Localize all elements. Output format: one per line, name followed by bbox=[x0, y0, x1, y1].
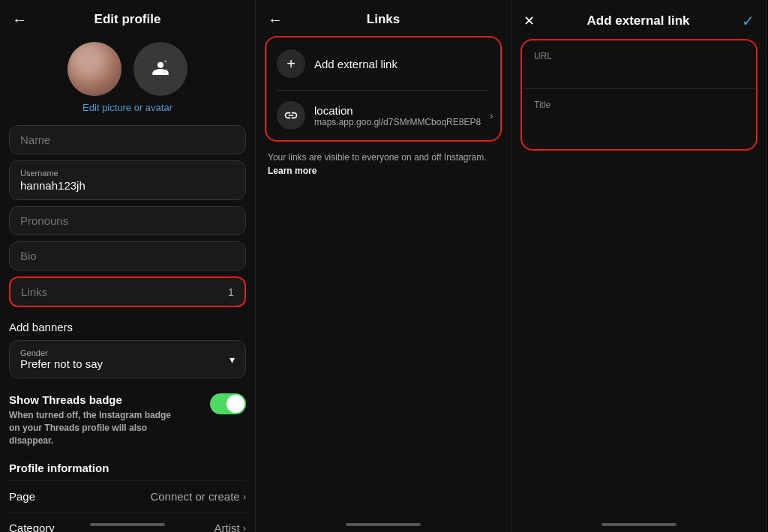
svg-point-0 bbox=[158, 62, 164, 68]
url-field: URL bbox=[522, 40, 756, 89]
username-field[interactable]: Username hannah123jh bbox=[9, 160, 246, 200]
bio-field[interactable]: Bio bbox=[9, 241, 246, 270]
link-url: maps.app.goo.gl/d7SMrMMCboqRE8EP8 bbox=[314, 117, 481, 127]
add-link-form: URL Title bbox=[512, 39, 766, 151]
threads-badge-title-text: Show Threads badge bbox=[9, 393, 174, 406]
links-row: Links 1 bbox=[21, 285, 234, 298]
learn-more-link[interactable]: Learn more bbox=[268, 166, 316, 176]
add-link-text: Add external link bbox=[314, 58, 398, 70]
title-field: Title bbox=[522, 89, 756, 149]
links-label: Links bbox=[21, 285, 47, 298]
gender-info: Gender Prefer not to say bbox=[20, 348, 230, 370]
avatar-icon-circle[interactable] bbox=[134, 42, 188, 96]
add-banners-text: Add banners bbox=[9, 321, 73, 333]
bottom-indicator bbox=[90, 523, 165, 526]
edit-profile-header: ← Edit profile bbox=[0, 0, 255, 36]
links-count: 1 bbox=[228, 285, 234, 298]
avatar-row bbox=[68, 42, 188, 96]
back-button[interactable]: ← bbox=[12, 12, 27, 27]
category-arrow-icon: › bbox=[243, 522, 246, 532]
bottom-indicator-3 bbox=[602, 523, 676, 526]
page-row[interactable]: Page Connect or create › bbox=[9, 480, 246, 512]
threads-badge-section: Show Threads badge When turned off, the … bbox=[0, 387, 255, 456]
page-label: Page bbox=[9, 490, 35, 503]
plus-circle-icon: + bbox=[277, 49, 305, 78]
links-panel: ← Links + Add external link bbox=[256, 0, 512, 532]
url-label: URL bbox=[534, 51, 744, 61]
link-arrow-icon: › bbox=[490, 110, 493, 121]
link-info: location maps.app.goo.gl/d7SMrMMCboqRE8E… bbox=[314, 104, 481, 127]
links-content: + Add external link location maps.app.go… bbox=[256, 36, 511, 532]
pronouns-label: Pronouns bbox=[20, 214, 235, 227]
avatar-icon bbox=[148, 57, 172, 81]
gender-value: Prefer not to say bbox=[20, 357, 230, 370]
edit-profile-panel: ← Edit profile Edit picture or avatar Na… bbox=[0, 0, 256, 532]
title-label: Title bbox=[534, 100, 744, 110]
add-link-card: URL Title bbox=[520, 39, 758, 151]
link-icon-circle bbox=[277, 101, 305, 130]
name-field[interactable]: Name bbox=[9, 125, 246, 154]
links-visibility-text: Your links are visible to everyone on an… bbox=[265, 151, 502, 178]
bottom-indicator-2 bbox=[346, 523, 421, 526]
username-value: hannah123jh bbox=[20, 179, 235, 192]
add-external-link-row[interactable]: + Add external link bbox=[266, 37, 500, 90]
add-link-header: ✕ Add external link ✓ bbox=[512, 0, 766, 39]
close-button[interactable]: ✕ bbox=[524, 13, 535, 29]
profile-info-section: Profile information Page Connect or crea… bbox=[0, 456, 255, 532]
page-value-text: Connect or create bbox=[150, 490, 239, 503]
form-section: Name Username hannah123jh Pronouns Bio L… bbox=[0, 125, 255, 313]
links-card: + Add external link location maps.app.go… bbox=[265, 36, 502, 142]
gender-label: Gender bbox=[20, 348, 230, 357]
chevron-down-icon: ▾ bbox=[230, 354, 235, 366]
profile-info-title: Profile information bbox=[9, 462, 246, 474]
title-input[interactable] bbox=[534, 113, 744, 126]
pronouns-field[interactable]: Pronouns bbox=[9, 206, 246, 235]
add-link-title: Add external link bbox=[535, 13, 742, 28]
page-arrow-icon: › bbox=[243, 491, 246, 502]
bio-label: Bio bbox=[20, 250, 235, 262]
confirm-button[interactable]: ✓ bbox=[742, 12, 754, 30]
category-label: Category bbox=[9, 522, 55, 532]
edit-profile-title: Edit profile bbox=[30, 12, 225, 27]
location-row[interactable]: location maps.app.goo.gl/d7SMrMMCboqRE8E… bbox=[266, 91, 500, 140]
links-field[interactable]: Links 1 bbox=[9, 276, 246, 307]
username-label: Username bbox=[20, 169, 235, 178]
edit-picture-link[interactable]: Edit picture or avatar bbox=[82, 102, 172, 113]
threads-badge-toggle[interactable] bbox=[210, 393, 246, 414]
category-value-text: Artist bbox=[214, 522, 239, 532]
link-name: location bbox=[314, 104, 481, 117]
threads-badge-subtitle: When turned off, the Instagram badge on … bbox=[9, 409, 174, 447]
avatar-section: Edit picture or avatar bbox=[0, 36, 255, 125]
links-back-button[interactable]: ← bbox=[268, 12, 283, 27]
add-external-link-panel: ✕ Add external link ✓ URL Title bbox=[512, 0, 767, 532]
links-title: Links bbox=[286, 12, 481, 27]
add-banners-section[interactable]: Add banners bbox=[0, 313, 255, 340]
avatar-image bbox=[68, 42, 122, 96]
page-value: Connect or create › bbox=[150, 490, 246, 503]
category-value: Artist › bbox=[214, 522, 246, 532]
category-row[interactable]: Category Artist › bbox=[9, 512, 246, 532]
gender-field[interactable]: Gender Prefer not to say ▾ bbox=[9, 340, 246, 378]
links-header: ← Links bbox=[256, 0, 511, 36]
name-label: Name bbox=[20, 133, 235, 146]
profile-avatar[interactable] bbox=[68, 42, 122, 96]
url-input[interactable] bbox=[534, 64, 744, 77]
visibility-text: Your links are visible to everyone on an… bbox=[268, 152, 487, 163]
plus-icon: + bbox=[286, 56, 296, 71]
threads-badge-row: Show Threads badge When turned off, the … bbox=[9, 393, 246, 447]
link-icon bbox=[284, 108, 298, 123]
